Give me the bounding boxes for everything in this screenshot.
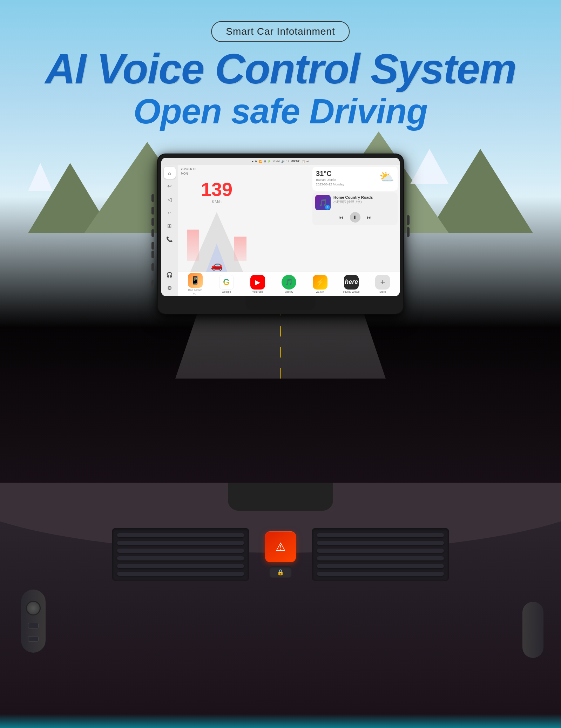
app-onescreen-label: One screen in... <box>186 288 204 295</box>
screenshot-icon: 📋 <box>302 160 305 163</box>
vent-fin-1 <box>117 533 244 537</box>
vent-fin-r5 <box>317 564 444 568</box>
app-google[interactable]: G Google <box>211 275 242 294</box>
nav-return[interactable]: ↵ <box>164 207 176 219</box>
bluetooth-icon: ✱ <box>255 160 257 163</box>
car-dashboard: ⚠ 🔒 <box>0 483 561 728</box>
screen-date: 2023-06-12 <box>181 167 196 171</box>
app-zlink[interactable]: ⚡ ZLINK <box>305 275 336 294</box>
main-title-block: AI Voice Control System Open safe Drivin… <box>0 46 561 130</box>
bezel-extra-btn[interactable] <box>151 263 154 271</box>
screen-left-panel: 2023-06-12 MON 🚗 <box>178 165 255 272</box>
vent-fin-2 <box>117 541 244 545</box>
music-play-btn[interactable]: ⏸ <box>350 212 360 223</box>
music-next-btn[interactable]: ⏭ <box>367 215 372 220</box>
zlink-icon-symbol: ⚡ <box>316 278 325 286</box>
app-more-label: More <box>379 290 386 294</box>
app-zlink-icon: ⚡ <box>313 275 327 290</box>
app-spotify-icon: 🎵 <box>282 275 296 290</box>
vent-fin-4 <box>117 556 244 560</box>
speed-number: 139 <box>201 180 232 199</box>
volume-value: 12 <box>286 160 289 163</box>
status-time: 09:07 <box>291 159 299 163</box>
battery-icon: 🔋 <box>268 160 271 163</box>
app-spotify-label: Spotify <box>285 290 293 294</box>
here-icon-symbol: here <box>345 278 358 286</box>
bezel-vol-up-btn[interactable] <box>151 242 154 250</box>
bezel-vol-btn-1[interactable] <box>407 215 410 225</box>
nav-audio[interactable]: 🎧 <box>164 269 176 281</box>
lock-button[interactable]: 🔒 <box>269 566 292 578</box>
music-widget: 🎵 B Home Country Roads 小野丽莎 (小野リサ) ⏮ <box>312 192 398 225</box>
nav-settings[interactable]: ⚙ <box>164 282 176 294</box>
vent-fin-r6 <box>317 572 444 576</box>
headline-line2: Open safe Driving <box>0 92 561 130</box>
app-google-icon: G <box>219 275 234 290</box>
hazard-button[interactable]: ⚠ <box>265 531 296 562</box>
right-wiper-stalk <box>522 595 550 665</box>
app-google-label: Google <box>222 290 231 294</box>
bezel-vol-btn-2[interactable] <box>407 227 410 237</box>
right-vent <box>312 528 449 581</box>
screen-left-nav: ⌂ ↩ ◁ ↵ ⊞ 📞 🎧 ⚙ <box>161 165 178 296</box>
app-spotify[interactable]: 🎵 Spotify <box>273 275 304 294</box>
app-zlink-label: ZLINK <box>316 290 324 294</box>
nav-back[interactable]: ↩ <box>164 180 176 192</box>
vent-fin-r4 <box>317 556 444 560</box>
speed-unit: KM/h <box>212 199 222 204</box>
back-icon[interactable]: ↩ <box>306 160 309 163</box>
speed-display-area: 🚗 139 KM/h <box>178 177 255 272</box>
screen-right-panel: 31°C Bao'an District 2023-06-12 Monday ⛅ <box>310 165 400 272</box>
music-prev-btn[interactable]: ⏮ <box>339 215 344 220</box>
music-controls: ⏮ ⏸ ⏭ <box>315 212 395 223</box>
bezel-vol-down-btn[interactable] <box>151 251 154 258</box>
app-onescreen-icon: 📱 <box>188 273 203 288</box>
badge-text: Smart Car Infotainment <box>226 26 335 37</box>
stalk-btn-1[interactable] <box>28 623 39 628</box>
vent-fin-5 <box>117 564 244 568</box>
bezel-power-btn[interactable] <box>151 194 154 202</box>
music-thumbnail: 🎵 B <box>315 195 331 210</box>
nav-home[interactable]: ⌂ <box>164 167 176 179</box>
app-here[interactable]: here HERE WeGo <box>336 275 367 294</box>
nav-phone[interactable]: 📞 <box>164 233 176 245</box>
app-here-label: HERE WeGo <box>343 290 360 294</box>
screen-main-content: 2023-06-12 MON 🚗 <box>178 165 400 296</box>
stalk-btn-2[interactable] <box>28 636 39 642</box>
stalk-dial[interactable] <box>26 601 41 615</box>
bezel-settings-btn[interactable] <box>151 280 154 288</box>
wiper-body <box>522 602 543 658</box>
screen-mount-base <box>228 483 333 511</box>
device-bezel: MIC RST <box>158 154 403 314</box>
bezel-left-side-buttons <box>151 194 154 288</box>
more-icon-symbol: + <box>380 277 385 287</box>
onescreen-icon-symbol: 📱 <box>190 276 200 285</box>
bezel-home-btn[interactable] <box>151 207 154 215</box>
nav-apps[interactable]: ⊞ <box>164 220 176 232</box>
building-right <box>234 237 246 261</box>
screen-date-display: 2023-06-12 MON <box>181 167 196 176</box>
left-control-stalk <box>11 577 46 665</box>
signal-icon: ▸ <box>252 160 254 163</box>
bezel-back-btn[interactable] <box>151 229 154 237</box>
vent-fin-r2 <box>317 541 444 545</box>
screen-display: ▸ ✱ 📶 ⊞ 🔋 12.0V 🔊 12 09:07 📋 ↩ <box>161 158 400 296</box>
app-onescreen[interactable]: 📱 One screen in... <box>180 273 210 295</box>
vent-fin-r1 <box>317 533 444 537</box>
wifi-icon: 📶 <box>259 160 262 163</box>
app-youtube[interactable]: ▶ YouTube <box>242 275 273 294</box>
app-more[interactable]: + More <box>367 275 398 294</box>
spotify-icon-symbol: 🎵 <box>285 278 293 286</box>
status-bar-left-icons: ▸ ✱ 📶 ⊞ 🔋 12.0V 🔊 12 <box>252 160 289 163</box>
device-mount <box>245 296 316 310</box>
bezel-nav-btn[interactable] <box>151 218 154 226</box>
bottom-glow <box>0 714 561 728</box>
vent-fin-6 <box>117 572 244 576</box>
nav-navigate[interactable]: ◁ <box>164 193 176 205</box>
vent-container: ⚠ 🔒 <box>112 528 449 581</box>
page-wrapper: Smart Car Infotainment AI Voice Control … <box>0 0 561 728</box>
headline-line1: AI Voice Control System <box>0 46 561 92</box>
car-sprite: 🚗 <box>211 259 223 271</box>
top-badge: Smart Car Infotainment <box>211 21 350 42</box>
music-title: Home Country Roads <box>333 195 395 200</box>
